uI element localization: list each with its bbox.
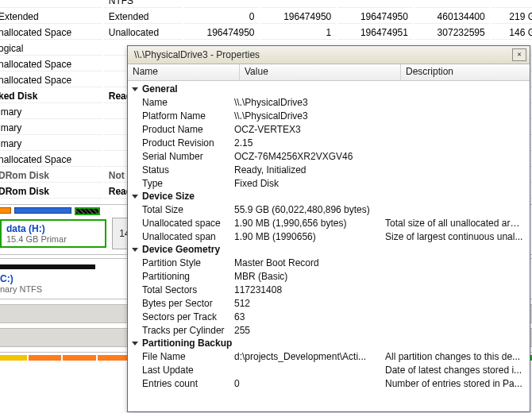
property-row[interactable]: PartitioningMBR (Basic) — [128, 269, 530, 283]
property-description: Size of largest continuous unal... — [385, 231, 526, 242]
segment-orange — [0, 207, 11, 214]
property-description: Total size of all unallocated are... — [385, 218, 526, 229]
property-name: Entries count — [142, 378, 234, 389]
property-description: All partition changes to this de... — [385, 351, 526, 362]
section-header[interactable]: Device Size — [128, 190, 530, 203]
property-value: 55.9 GB (60,022,480,896 bytes) — [234, 204, 385, 215]
property-value: 512 — [234, 298, 385, 309]
section-header[interactable]: Device Geometry — [128, 243, 530, 256]
property-row[interactable]: Product Revision2.15 — [128, 136, 530, 149]
column-header-name[interactable]: Name — [128, 64, 240, 80]
table-row[interactable]: ExtendedExtended019647495019647495046013… — [0, 10, 532, 24]
property-value: d:\projects_Development\Acti... — [234, 351, 385, 362]
property-value: 117231408 — [234, 284, 385, 295]
property-value: 2.15 — [234, 137, 385, 149]
properties-titlebar[interactable]: \\.\PhysicalDrive3 - Properties ✕ — [128, 46, 530, 64]
property-description: Number of entries stored in Pa... — [385, 378, 526, 389]
property-value: Ready, Initialized — [234, 164, 385, 176]
chevron-down-icon — [131, 85, 139, 93]
property-row[interactable]: Unallocated span1.90 MB (1990656)Size of… — [128, 230, 530, 243]
property-name: Status — [142, 164, 234, 176]
property-name: File Name — [142, 351, 234, 362]
property-row[interactable]: Entries count0Number of entries stored i… — [128, 376, 530, 390]
property-row[interactable]: Partition StyleMaster Boot Record — [128, 256, 530, 269]
partition-title: data (H:) — [6, 223, 100, 234]
property-value: \\.\PhysicalDrive3 — [234, 110, 385, 122]
property-row[interactable]: Last UpdateDate of latest changes stored… — [128, 363, 530, 376]
property-value: 1.90 MB (1990656) — [234, 231, 385, 242]
properties-body[interactable]: GeneralName\\.\PhysicalDrive3Platform Na… — [128, 81, 530, 411]
property-value: 63 — [234, 311, 385, 322]
section-title: Device Geometry — [142, 244, 220, 255]
property-name: Name — [142, 97, 234, 108]
column-header-description[interactable]: Description — [401, 64, 530, 80]
column-header-value[interactable]: Value — [240, 64, 401, 80]
property-row[interactable]: Total Sectors117231408 — [128, 283, 530, 296]
property-value: MBR (Basic) — [234, 271, 385, 282]
section-header[interactable]: General — [128, 83, 530, 95]
property-row[interactable]: File Named:\projects_Development\Acti...… — [128, 349, 530, 363]
property-value: OCZ-VERTEX3 — [234, 124, 385, 135]
property-name: Product Revision — [142, 137, 234, 149]
section-header[interactable]: Partitioning Backup — [128, 337, 530, 349]
segment-blue — [14, 207, 71, 214]
property-row[interactable]: Name\\.\PhysicalDrive3 — [128, 95, 530, 109]
property-name: Partition Style — [142, 257, 234, 268]
property-value: 1.90 MB (1,990,656 bytes) — [234, 218, 385, 229]
property-name: Tracks per Cylinder — [142, 325, 234, 336]
partition-sub: 15.4 GB Primar — [6, 234, 100, 244]
property-value: 0 — [234, 378, 385, 389]
section-title: Partitioning Backup — [142, 338, 232, 349]
svg-marker-0 — [132, 87, 138, 91]
svg-marker-1 — [132, 195, 138, 199]
close-button[interactable]: ✕ — [512, 48, 526, 61]
property-name: Serial Number — [142, 151, 234, 162]
property-row[interactable]: TypeFixed Disk — [128, 176, 530, 190]
property-row[interactable]: Sectors per Track63 — [128, 310, 530, 323]
property-row[interactable]: Product NameOCZ-VERTEX3 — [128, 122, 530, 136]
properties-title: \\.\PhysicalDrive3 - Properties — [134, 49, 260, 60]
property-value: Master Boot Record — [234, 257, 385, 268]
property-row[interactable]: Tracks per Cylinder255 — [128, 323, 530, 337]
svg-marker-3 — [132, 342, 138, 345]
section-title: General — [142, 83, 178, 95]
property-name: Total Sectors — [142, 284, 234, 295]
property-value: 255 — [234, 325, 385, 336]
property-value: Fixed Disk — [234, 178, 385, 189]
property-name: Type — [142, 178, 234, 189]
property-row[interactable]: Serial NumberOCZ-76M4256XR2VXGV46 — [128, 149, 530, 163]
close-icon: ✕ — [517, 50, 521, 58]
property-description: Date of latest changes stored i... — [385, 365, 526, 376]
property-row[interactable]: Platform Name\\.\PhysicalDrive3 — [128, 109, 530, 122]
property-row[interactable]: Unallocated space1.90 MB (1,990,656 byte… — [128, 216, 530, 230]
property-name: Partitioning — [142, 271, 234, 282]
svg-marker-2 — [132, 248, 138, 252]
table-row[interactable]: NTFS — [0, 0, 532, 8]
property-row[interactable]: Total Size55.9 GB (60,022,480,896 bytes) — [128, 203, 530, 216]
chevron-down-icon — [131, 192, 139, 200]
property-value: OCZ-76M4256XR2VXGV46 — [234, 151, 385, 162]
property-row[interactable]: Bytes per Sector512 — [128, 296, 530, 310]
property-name: Last Update — [142, 365, 234, 376]
segment-green — [75, 207, 100, 215]
partition-card[interactable]: data (H:) 15.4 GB Primar — [0, 219, 106, 248]
property-value: \\.\PhysicalDrive3 — [234, 97, 385, 108]
property-name: Unallocated space — [142, 218, 234, 229]
segment-dark — [0, 264, 95, 269]
chevron-down-icon — [131, 245, 139, 253]
table-row[interactable]: nallocated SpaceUnallocated1964749501196… — [0, 25, 532, 40]
property-name: Sectors per Track — [142, 311, 234, 322]
property-name: Total Size — [142, 204, 234, 215]
property-row[interactable]: StatusReady, Initialized — [128, 163, 530, 176]
property-name: Platform Name — [142, 110, 234, 122]
property-name: Unallocated span — [142, 231, 234, 242]
column-header-row: Name Value Description — [128, 64, 530, 81]
property-name: Product Name — [142, 124, 234, 135]
chevron-down-icon — [131, 339, 139, 347]
property-name: Bytes per Sector — [142, 298, 234, 309]
properties-window: \\.\PhysicalDrive3 - Properties ✕ Name V… — [127, 45, 530, 412]
section-title: Device Size — [142, 191, 195, 202]
